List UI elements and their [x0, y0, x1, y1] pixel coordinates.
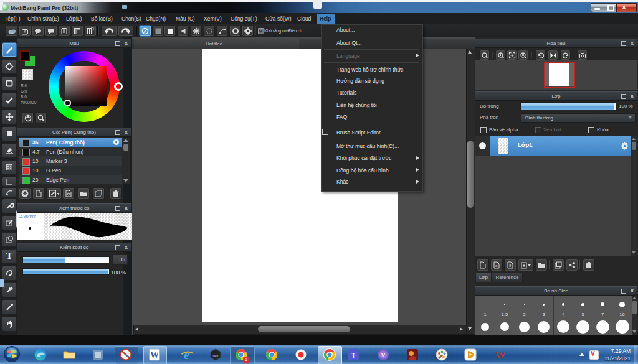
svg-text:W: W [495, 349, 506, 361]
svg-text:W: W [150, 350, 159, 360]
svg-text:e: e [184, 348, 190, 361]
svg-text:nox: nox [213, 353, 219, 357]
svg-text:V: V [381, 352, 385, 358]
svg-text:T: T [351, 352, 356, 359]
svg-text:a: a [495, 264, 498, 268]
svg-text:8: 8 [509, 264, 512, 268]
